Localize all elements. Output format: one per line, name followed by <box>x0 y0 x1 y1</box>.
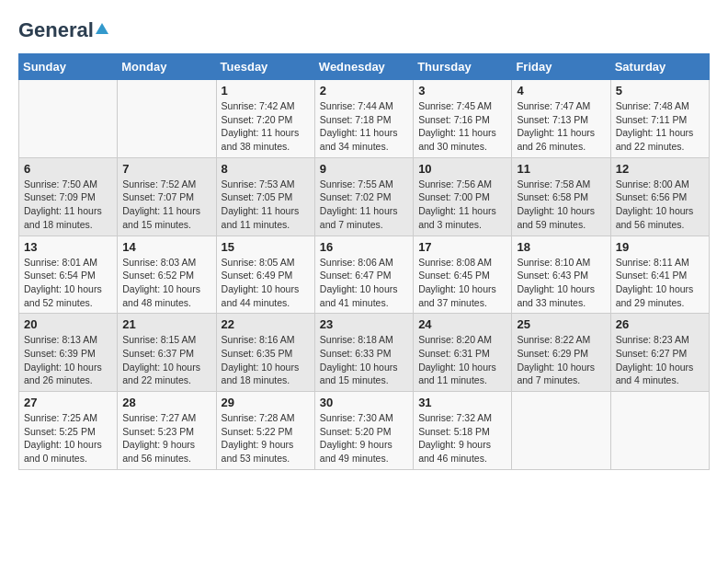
day-info: Sunrise: 8:16 AM Sunset: 6:35 PM Dayligh… <box>222 333 310 387</box>
day-info: Sunrise: 8:18 AM Sunset: 6:33 PM Dayligh… <box>320 333 408 387</box>
day-info: Sunrise: 7:48 AM Sunset: 7:11 PM Dayligh… <box>616 99 704 154</box>
calendar-cell: 17Sunrise: 8:08 AM Sunset: 6:45 PM Dayli… <box>414 236 512 314</box>
day-info: Sunrise: 7:32 AM Sunset: 5:18 PM Dayligh… <box>418 411 506 465</box>
day-number: 17 <box>418 240 506 254</box>
day-number: 24 <box>418 317 506 331</box>
calendar-cell: 12Sunrise: 8:00 AM Sunset: 6:56 PM Dayli… <box>610 157 709 236</box>
day-info: Sunrise: 8:06 AM Sunset: 6:47 PM Dayligh… <box>320 256 408 310</box>
calendar-week-row: 1Sunrise: 7:42 AM Sunset: 7:20 PM Daylig… <box>19 80 710 158</box>
day-number: 20 <box>24 317 112 331</box>
day-number: 29 <box>222 396 310 409</box>
calendar-cell: 11Sunrise: 7:58 AM Sunset: 6:58 PM Dayli… <box>512 157 610 236</box>
day-number: 8 <box>222 162 310 176</box>
calendar-cell: 29Sunrise: 7:28 AM Sunset: 5:22 PM Dayli… <box>216 392 314 470</box>
calendar-cell: 4Sunrise: 7:47 AM Sunset: 7:13 PM Daylig… <box>512 80 610 158</box>
day-number: 15 <box>222 240 310 254</box>
day-number: 6 <box>24 162 112 176</box>
logo-triangle-icon <box>96 21 108 38</box>
calendar-cell: 9Sunrise: 7:55 AM Sunset: 7:02 PM Daylig… <box>314 157 413 236</box>
calendar-cell: 22Sunrise: 8:16 AM Sunset: 6:35 PM Dayli… <box>216 314 314 392</box>
calendar-cell: 15Sunrise: 8:05 AM Sunset: 6:49 PM Dayli… <box>216 236 314 314</box>
calendar-week-row: 13Sunrise: 8:01 AM Sunset: 6:54 PM Dayli… <box>19 236 710 314</box>
page-header: General <box>18 18 710 39</box>
day-number: 7 <box>122 162 210 176</box>
day-info: Sunrise: 8:13 AM Sunset: 6:39 PM Dayligh… <box>24 333 112 387</box>
day-info: Sunrise: 8:15 AM Sunset: 6:37 PM Dayligh… <box>122 333 210 387</box>
calendar-cell: 10Sunrise: 7:56 AM Sunset: 7:00 PM Dayli… <box>414 157 512 236</box>
calendar-cell: 8Sunrise: 7:53 AM Sunset: 7:05 PM Daylig… <box>216 157 314 236</box>
calendar-cell: 28Sunrise: 7:27 AM Sunset: 5:23 PM Dayli… <box>118 392 216 470</box>
calendar-cell: 23Sunrise: 8:18 AM Sunset: 6:33 PM Dayli… <box>314 314 413 392</box>
day-info: Sunrise: 8:20 AM Sunset: 6:31 PM Dayligh… <box>418 333 506 387</box>
day-number: 5 <box>616 84 704 98</box>
day-info: Sunrise: 8:01 AM Sunset: 6:54 PM Dayligh… <box>24 256 112 310</box>
day-info: Sunrise: 8:11 AM Sunset: 6:41 PM Dayligh… <box>616 256 704 310</box>
svg-marker-0 <box>96 23 108 34</box>
day-info: Sunrise: 7:50 AM Sunset: 7:09 PM Dayligh… <box>24 178 112 232</box>
calendar-cell <box>118 80 216 158</box>
day-info: Sunrise: 7:27 AM Sunset: 5:23 PM Dayligh… <box>122 411 210 465</box>
day-number: 9 <box>320 162 408 176</box>
calendar-week-row: 20Sunrise: 8:13 AM Sunset: 6:39 PM Dayli… <box>19 314 710 392</box>
day-info: Sunrise: 7:58 AM Sunset: 6:58 PM Dayligh… <box>517 178 605 232</box>
day-info: Sunrise: 8:03 AM Sunset: 6:52 PM Dayligh… <box>122 256 210 310</box>
calendar-cell: 2Sunrise: 7:44 AM Sunset: 7:18 PM Daylig… <box>314 80 413 158</box>
calendar-cell: 6Sunrise: 7:50 AM Sunset: 7:09 PM Daylig… <box>19 157 118 236</box>
day-number: 1 <box>222 84 310 98</box>
weekday-header-monday: Monday <box>118 54 216 80</box>
weekday-header-saturday: Saturday <box>610 54 709 80</box>
calendar-week-row: 27Sunrise: 7:25 AM Sunset: 5:25 PM Dayli… <box>19 392 710 470</box>
day-number: 30 <box>320 396 408 409</box>
calendar-cell <box>19 80 118 158</box>
day-info: Sunrise: 7:53 AM Sunset: 7:05 PM Dayligh… <box>222 178 310 232</box>
day-number: 10 <box>418 162 506 176</box>
calendar-cell: 13Sunrise: 8:01 AM Sunset: 6:54 PM Dayli… <box>19 236 118 314</box>
day-number: 25 <box>517 317 605 331</box>
calendar-cell: 1Sunrise: 7:42 AM Sunset: 7:20 PM Daylig… <box>216 80 314 158</box>
day-info: Sunrise: 7:56 AM Sunset: 7:00 PM Dayligh… <box>418 178 506 232</box>
calendar-cell: 20Sunrise: 8:13 AM Sunset: 6:39 PM Dayli… <box>19 314 118 392</box>
day-info: Sunrise: 7:28 AM Sunset: 5:22 PM Dayligh… <box>222 411 310 465</box>
day-number: 23 <box>320 317 408 331</box>
calendar-cell: 5Sunrise: 7:48 AM Sunset: 7:11 PM Daylig… <box>610 80 709 158</box>
day-number: 26 <box>616 317 704 331</box>
weekday-header-wednesday: Wednesday <box>314 54 413 80</box>
day-number: 18 <box>517 240 605 254</box>
day-number: 19 <box>616 240 704 254</box>
calendar-cell: 16Sunrise: 8:06 AM Sunset: 6:47 PM Dayli… <box>314 236 413 314</box>
calendar-cell: 27Sunrise: 7:25 AM Sunset: 5:25 PM Dayli… <box>19 392 118 470</box>
day-number: 14 <box>122 240 210 254</box>
logo: General <box>18 18 108 39</box>
calendar-cell: 31Sunrise: 7:32 AM Sunset: 5:18 PM Dayli… <box>414 392 512 470</box>
day-info: Sunrise: 8:05 AM Sunset: 6:49 PM Dayligh… <box>222 256 310 310</box>
calendar-cell: 19Sunrise: 8:11 AM Sunset: 6:41 PM Dayli… <box>610 236 709 314</box>
day-info: Sunrise: 7:45 AM Sunset: 7:16 PM Dayligh… <box>418 99 506 154</box>
day-info: Sunrise: 8:08 AM Sunset: 6:45 PM Dayligh… <box>418 256 506 310</box>
day-info: Sunrise: 7:42 AM Sunset: 7:20 PM Dayligh… <box>222 99 310 154</box>
calendar-cell: 7Sunrise: 7:52 AM Sunset: 7:07 PM Daylig… <box>118 157 216 236</box>
day-number: 13 <box>24 240 112 254</box>
day-number: 3 <box>418 84 506 98</box>
day-info: Sunrise: 7:52 AM Sunset: 7:07 PM Dayligh… <box>122 178 210 232</box>
calendar-table: SundayMondayTuesdayWednesdayThursdayFrid… <box>18 53 710 470</box>
day-number: 22 <box>222 317 310 331</box>
day-info: Sunrise: 8:22 AM Sunset: 6:29 PM Dayligh… <box>517 333 605 387</box>
day-info: Sunrise: 7:47 AM Sunset: 7:13 PM Dayligh… <box>517 99 605 154</box>
weekday-header-row: SundayMondayTuesdayWednesdayThursdayFrid… <box>19 54 710 80</box>
day-info: Sunrise: 8:00 AM Sunset: 6:56 PM Dayligh… <box>616 178 704 232</box>
logo-general-text: General <box>18 18 94 42</box>
day-number: 2 <box>320 84 408 98</box>
day-info: Sunrise: 8:10 AM Sunset: 6:43 PM Dayligh… <box>517 256 605 310</box>
calendar-cell: 24Sunrise: 8:20 AM Sunset: 6:31 PM Dayli… <box>414 314 512 392</box>
day-info: Sunrise: 8:23 AM Sunset: 6:27 PM Dayligh… <box>616 333 704 387</box>
day-info: Sunrise: 7:30 AM Sunset: 5:20 PM Dayligh… <box>320 411 408 465</box>
calendar-cell: 26Sunrise: 8:23 AM Sunset: 6:27 PM Dayli… <box>610 314 709 392</box>
day-info: Sunrise: 7:44 AM Sunset: 7:18 PM Dayligh… <box>320 99 408 154</box>
weekday-header-tuesday: Tuesday <box>216 54 314 80</box>
day-number: 12 <box>616 162 704 176</box>
day-number: 11 <box>517 162 605 176</box>
calendar-cell: 14Sunrise: 8:03 AM Sunset: 6:52 PM Dayli… <box>118 236 216 314</box>
day-info: Sunrise: 7:25 AM Sunset: 5:25 PM Dayligh… <box>24 411 112 465</box>
weekday-header-thursday: Thursday <box>414 54 512 80</box>
calendar-cell: 3Sunrise: 7:45 AM Sunset: 7:16 PM Daylig… <box>414 80 512 158</box>
